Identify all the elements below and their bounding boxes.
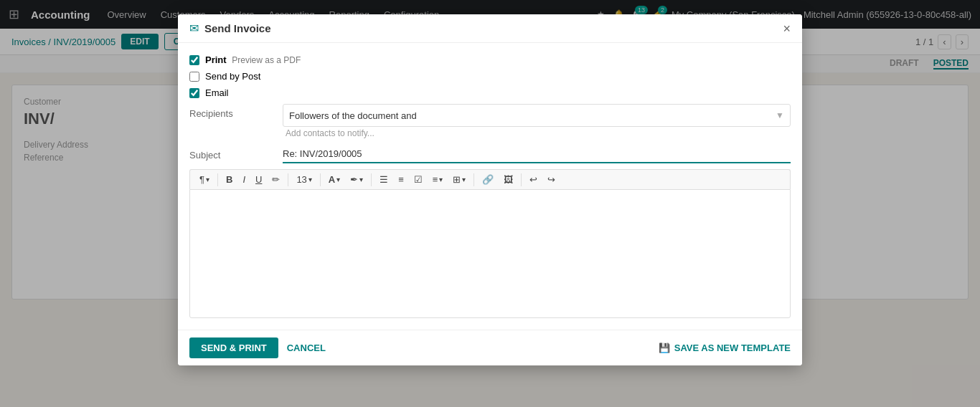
toolbar-separator-1 (217, 173, 218, 186)
recipients-label: Recipients (189, 104, 283, 119)
print-sub: Preview as a PDF (232, 55, 301, 65)
format-dropdown-button[interactable]: ¶ ▾ (196, 173, 213, 186)
save-icon: 💾 (659, 343, 670, 353)
font-color-caret: ▾ (336, 176, 340, 183)
dialog-header: ✉ Send Invoice × (178, 14, 802, 43)
font-size-button[interactable]: 13 ▾ (293, 173, 315, 186)
email-text: Email (205, 87, 229, 98)
subject-row: Subject (189, 145, 791, 163)
print-option-row: Print Preview as a PDF (189, 54, 791, 65)
checklist-button[interactable]: ☑ (410, 173, 426, 186)
toolbar-separator-4 (371, 173, 372, 186)
recipients-value: Followers of the document and (289, 110, 776, 121)
align-caret: ▾ (439, 176, 443, 183)
paragraph-icon: ¶ (199, 174, 204, 185)
link-button[interactable]: 🔗 (479, 173, 497, 186)
save-as-template-button[interactable]: 💾 SAVE AS NEW TEMPLATE (659, 343, 791, 353)
italic-button[interactable]: I (239, 173, 249, 186)
subject-input[interactable] (283, 145, 791, 163)
font-size-value: 13 (296, 174, 306, 185)
align-button[interactable]: ≡ ▾ (429, 173, 447, 186)
table-caret: ▾ (462, 176, 466, 183)
table-button[interactable]: ⊞ ▾ (449, 173, 469, 186)
highlight-button[interactable]: ✏ (268, 173, 283, 186)
recipients-wrap[interactable]: Followers of the document and ▼ (283, 104, 791, 127)
send-invoice-dialog: ✉ Send Invoice × Print Preview as a PDF … (178, 14, 802, 365)
email-option-row: Email (189, 87, 791, 98)
dialog-body: Print Preview as a PDF Send by Post Emai… (178, 43, 802, 330)
font-color-button[interactable]: A ▾ (325, 173, 344, 186)
editor-toolbar: ¶ ▾ B I U ✏ 13 ▾ A ▾ ✒ ▾ ☰ ≡ (189, 169, 791, 189)
more-colors-caret: ▾ (359, 176, 363, 183)
recipients-row: Recipients Followers of the document and… (189, 104, 791, 140)
toolbar-separator-3 (320, 173, 321, 186)
email-label: Email (205, 87, 229, 98)
subject-field (283, 145, 791, 163)
toolbar-separator-5 (473, 173, 474, 186)
close-dialog-button[interactable]: × (783, 22, 791, 35)
print-text: Print (205, 54, 227, 65)
dialog-title: Send Invoice (204, 22, 783, 34)
underline-button[interactable]: U (252, 173, 265, 186)
ordered-list-button[interactable]: ≡ (395, 173, 407, 186)
pencil-icon: ✒ (350, 174, 358, 185)
recipients-placeholder: Add contacts to notify... (283, 127, 791, 140)
align-icon: ≡ (433, 174, 438, 185)
send-by-post-option-row: Send by Post (189, 71, 791, 82)
subject-label: Subject (189, 145, 283, 161)
font-size-caret: ▾ (308, 176, 312, 183)
undo-button[interactable]: ↩ (526, 173, 541, 186)
save-template-label: SAVE AS NEW TEMPLATE (674, 343, 791, 353)
send-by-post-checkbox[interactable] (189, 72, 199, 82)
table-icon: ⊞ (453, 174, 461, 185)
format-caret: ▾ (206, 176, 209, 183)
bold-button[interactable]: B (222, 173, 236, 186)
send-by-post-label: Send by Post (205, 71, 260, 82)
email-body-editor[interactable] (189, 189, 791, 318)
print-checkbox[interactable] (189, 55, 199, 65)
bullet-list-button[interactable]: ☰ (376, 173, 392, 186)
email-checkbox[interactable] (189, 88, 199, 98)
toolbar-separator-2 (288, 173, 288, 186)
recipients-dropdown-icon[interactable]: ▼ (776, 110, 784, 120)
font-color-icon: A (329, 174, 335, 185)
send-invoice-icon: ✉ (189, 21, 199, 35)
toolbar-separator-6 (521, 173, 522, 186)
recipients-field: Followers of the document and ▼ Add cont… (283, 104, 791, 140)
print-label: Print Preview as a PDF (205, 54, 301, 65)
send-by-post-text: Send by Post (205, 71, 260, 82)
footer-cancel-button[interactable]: CANCEL (287, 343, 326, 353)
footer-send-print-button[interactable]: SEND & PRINT (189, 337, 278, 358)
redo-button[interactable]: ↪ (544, 173, 559, 186)
image-button[interactable]: 🖼 (500, 173, 517, 186)
dialog-footer: SEND & PRINT CANCEL 💾 SAVE AS NEW TEMPLA… (178, 330, 802, 365)
more-colors-button[interactable]: ✒ ▾ (347, 173, 367, 186)
